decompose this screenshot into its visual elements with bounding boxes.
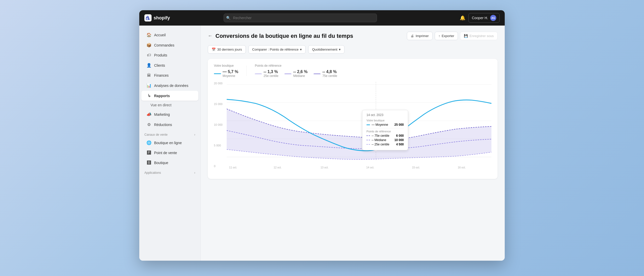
save-icon: 💾 [464,34,468,38]
products-icon: 🏷 [146,53,152,57]
sidebar-label-reductions: Réductions [154,123,172,127]
legend-p75-label: 75e centile [322,74,337,78]
chart-card: Votre boutique — 5,7 % Moyenne Points de… [208,59,498,179]
sidebar-item-point-vente[interactable]: 🅿 Point de vente [141,148,198,158]
sidebar-item-accueil[interactable]: 🏠 Accueil [141,30,198,40]
tooltip-boutique-section: Votre boutique [366,119,404,122]
print-button[interactable]: 🖨 Imprimer [407,32,432,40]
save-button[interactable]: 💾 Enregistrer sous [460,32,498,40]
tooltip-mediane-dot [366,140,370,140]
x-label-13oct: 13 oct. [320,166,328,169]
frequency-filter[interactable]: Quotidiennement ▾ [308,45,344,54]
legend-votre-boutique-title: Votre boutique [214,64,238,67]
analytics-icon: 📊 [146,83,152,88]
x-label-12oct: 12 oct. [274,166,282,169]
tooltip-p75-label: -- 75e centile [372,134,389,137]
export-button[interactable]: ↑ Exporter [435,32,458,40]
sidebar-item-clients[interactable]: 👤 Clients [141,60,198,70]
search-icon: 🔍 [226,16,231,20]
legend-moyenne-value: — 5,7 % [223,70,238,74]
sidebar-label-commandes: Commandes [154,43,174,47]
legend-mediane-value: -- 2,6 % [293,70,307,74]
legend-group-points-ref: Points de référence -- 1,3 % 25e centile [255,64,337,78]
date-range-filter[interactable]: 📅 30 derniers jours [208,45,246,54]
chart-band [227,109,491,159]
sidebar-item-boutique[interactable]: 🅱 Boutique [141,158,198,168]
home-icon: 🏠 [146,32,152,37]
clients-icon: 👤 [146,63,152,68]
y-label-15000: 15 000 [214,102,227,106]
user-name: Cooper H. [472,16,488,20]
print-icon: 🖨 [411,34,414,38]
x-label-11oct: 11 oct. [229,166,237,169]
logo-text: shopify [154,15,170,21]
sidebar-item-commandes[interactable]: 📦 Commandes [141,40,198,50]
main-layout: 🏠 Accueil 📦 Commandes 🏷 Produits 👤 Clien… [139,26,505,261]
sidebar-item-reductions[interactable]: ⚙ Réductions [141,120,198,130]
topnav: shopify 🔍 🔔 Cooper H. AG [139,10,505,26]
sidebar-label-boutique-en-ligne: Boutique en ligne [154,141,182,145]
export-icon: ↑ [439,34,440,38]
page-title: Conversions de la boutique en ligne au f… [215,33,353,39]
search-bar: 🔍 [224,14,377,22]
tooltip-ref-section: Points de référence [366,130,404,133]
chevron-down-icon: ▾ [300,48,302,51]
sidebar-item-boutique-en-ligne[interactable]: 🌐 Boutique en ligne [141,138,198,148]
legend-p75-value: -- 4,8 % [322,70,337,74]
y-label-10000: 10 000 [214,123,227,126]
tooltip-moyenne-label: — Moyenne [372,123,388,126]
tooltip-mediane-label: -- Médiane [372,138,386,142]
legend-mediane-item: -- 2,6 % Médiane [284,70,307,78]
sidebar-label-produits: Produits [154,53,167,57]
legend-divider [246,66,247,76]
sidebar-label-accueil: Accueil [154,33,166,37]
tooltip-row-p75: -- 75e centile 6 000 [366,134,404,137]
page-header: ← Conversions de la boutique en ligne au… [208,32,498,40]
x-label-15oct: 15 oct. [412,166,420,169]
reports-icon: ↳ [146,93,152,98]
sidebar-item-produits[interactable]: 🏷 Produits [141,50,198,60]
sidebar-item-rapports[interactable]: ↳ Rapports [141,91,198,101]
filters: 📅 30 derniers jours Comparer : Points de… [208,45,498,54]
calendar-icon: 📅 [212,48,216,51]
legend-ref-items: -- 1,3 % 25e centile -- 2,6 % Médiane [255,70,337,78]
topnav-right: 🔔 Cooper H. AG [460,13,500,23]
sidebar-item-finances[interactable]: 🏛 Finances [141,71,198,80]
sidebar-label-marketing: Marketing [154,112,170,117]
sidebar: 🏠 Accueil 📦 Commandes 🏷 Produits 👤 Clien… [139,26,201,261]
y-axis: 20 000 15 000 10 000 5 000 0 [214,82,227,174]
legend-moyenne-item: — 5,7 % Moyenne [214,70,238,78]
applications-expand-icon[interactable]: › [194,171,195,175]
main-content: ← Conversions de la boutique en ligne au… [201,26,505,261]
canaux-expand-icon[interactable]: › [194,133,195,136]
sidebar-label-boutique: Boutique [154,161,168,165]
tooltip-row-mediane: -- Médiane 10 000 [366,138,404,142]
app-window: shopify 🔍 🔔 Cooper H. AG 🏠 Accueil 📦 [139,10,505,261]
legend-group-votre-boutique: Votre boutique — 5,7 % Moyenne [214,64,238,78]
sidebar-label-analyses: Analyses de données [154,84,188,88]
sidebar-item-marketing[interactable]: 📣 Marketing [141,109,198,119]
legend-p75-item: -- 4,8 % 75e centile [314,70,337,78]
back-button[interactable]: ← [208,33,212,39]
y-label-20000: 20 000 [214,82,227,85]
compare-filter[interactable]: Comparer : Points de référence ▾ [248,45,306,54]
reductions-icon: ⚙ [146,122,152,127]
tooltip-p25-label: -- 25e centile [372,143,389,146]
tooltip-p75-dot [366,135,370,136]
sidebar-item-vue-direct[interactable]: Vue en direct [141,101,198,109]
sidebar-label-point-vente: Point de vente [154,151,177,155]
logo: shopify [144,14,180,21]
y-label-0: 0 [214,165,227,168]
marketing-icon: 📣 [146,112,152,117]
tooltip-moyenne-value: 25 000 [394,123,404,126]
legend-p25-value: -- 1,3 % [263,70,278,74]
x-label-16oct: 16 oct. [458,166,466,169]
canaux-section-label: Canaux de vente › [139,130,200,137]
search-input[interactable] [224,14,377,22]
notification-bell-button[interactable]: 🔔 [460,15,465,21]
user-menu-button[interactable]: Cooper H. AG [468,13,500,23]
sidebar-label-rapports: Rapports [154,94,170,98]
tooltip-p25-value: 4 500 [396,143,404,146]
x-label-14oct: 14 oct. [366,166,374,169]
sidebar-item-analyses[interactable]: 📊 Analyses de données [141,80,198,90]
